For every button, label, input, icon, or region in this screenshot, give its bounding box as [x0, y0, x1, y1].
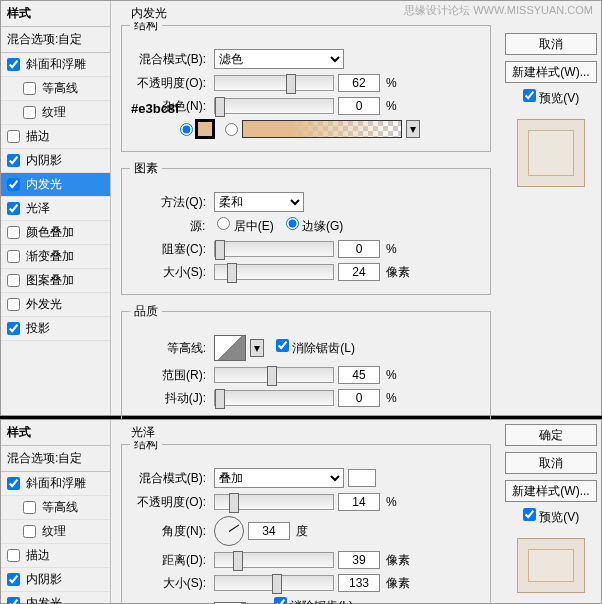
- sidebar-checkbox[interactable]: [7, 202, 20, 215]
- cancel-button-2[interactable]: 取消: [505, 452, 597, 474]
- choke-slider[interactable]: [214, 241, 334, 257]
- size-input-2[interactable]: [338, 574, 380, 592]
- sidebar-checkbox[interactable]: [7, 274, 20, 287]
- distance-input[interactable]: [338, 551, 380, 569]
- opacity-input[interactable]: [338, 74, 380, 92]
- blend-options-row[interactable]: 混合选项:自定: [1, 27, 110, 53]
- angle-dial[interactable]: [214, 516, 244, 546]
- sidebar-item-4[interactable]: 内阴影: [1, 568, 110, 592]
- noise-input[interactable]: [338, 97, 380, 115]
- angle-input[interactable]: [248, 522, 290, 540]
- sidebar-item-5[interactable]: 内发光: [1, 173, 110, 197]
- size-input[interactable]: [338, 263, 380, 281]
- sidebar-label: 投影: [26, 320, 50, 337]
- sidebar-checkbox[interactable]: [7, 549, 20, 562]
- contour-label: 等高线:: [130, 340, 210, 357]
- sidebar-checkbox[interactable]: [7, 322, 20, 335]
- new-style-button[interactable]: 新建样式(W)...: [505, 61, 597, 83]
- jitter-input[interactable]: [338, 389, 380, 407]
- sidebar-checkbox[interactable]: [7, 573, 20, 586]
- opacity-input-2[interactable]: [338, 493, 380, 511]
- range-slider[interactable]: [214, 367, 334, 383]
- sidebar-checkbox[interactable]: [23, 82, 36, 95]
- opacity-unit: %: [386, 76, 397, 90]
- elements-legend: 图素: [130, 160, 162, 177]
- satin-color-swatch[interactable]: [348, 469, 376, 487]
- watermark: 思缘设计论坛 WWW.MISSYUAN.COM: [404, 3, 593, 18]
- sidebar-item-1[interactable]: 等高线: [1, 77, 110, 101]
- anti-alias-checkbox[interactable]: 消除锯齿(L): [276, 339, 355, 357]
- gradient-dropdown-icon[interactable]: ▾: [406, 120, 420, 138]
- sidebar-item-8[interactable]: 渐变叠加: [1, 245, 110, 269]
- noise-slider[interactable]: [214, 98, 334, 114]
- distance-slider[interactable]: [214, 552, 334, 568]
- blend-mode-label: 混合模式(B):: [130, 51, 210, 68]
- jitter-slider[interactable]: [214, 390, 334, 406]
- blend-mode-select-2[interactable]: 叠加: [214, 468, 344, 488]
- contour-dropdown-icon[interactable]: ▾: [250, 339, 264, 357]
- source-center-radio[interactable]: 居中(E): [217, 217, 273, 235]
- size-label: 大小(S):: [130, 264, 210, 281]
- opacity-slider[interactable]: [214, 75, 334, 91]
- sidebar-item-0[interactable]: 斜面和浮雕: [1, 472, 110, 496]
- contour-picker[interactable]: [214, 335, 246, 361]
- sidebar-item-9[interactable]: 图案叠加: [1, 269, 110, 293]
- opacity-slider-2[interactable]: [214, 494, 334, 510]
- sidebar-checkbox[interactable]: [23, 106, 36, 119]
- sidebar-item-6[interactable]: 光泽: [1, 197, 110, 221]
- preview-checkbox-2[interactable]: 预览(V): [505, 508, 597, 526]
- sidebar-label: 纹理: [42, 523, 66, 540]
- angle-label: 角度(N):: [130, 523, 210, 540]
- anti-alias-checkbox-2[interactable]: 消除锯齿(L): [274, 597, 353, 604]
- sidebar-checkbox[interactable]: [7, 226, 20, 239]
- sidebar-checkbox[interactable]: [23, 525, 36, 538]
- color-swatch[interactable]: [197, 121, 213, 137]
- sidebar-checkbox[interactable]: [7, 178, 20, 191]
- sidebar-item-1[interactable]: 等高线: [1, 496, 110, 520]
- sidebar-checkbox[interactable]: [7, 298, 20, 311]
- technique-select[interactable]: 柔和: [214, 192, 304, 212]
- sidebar-checkbox[interactable]: [23, 501, 36, 514]
- choke-input[interactable]: [338, 240, 380, 258]
- opacity-label-2: 不透明度(O):: [130, 494, 210, 511]
- sidebar-checkbox[interactable]: [7, 250, 20, 263]
- sidebar-item-2[interactable]: 纹理: [1, 520, 110, 544]
- elements-group: 图素 方法(Q): 柔和 源: 居中(E) 边缘(G) 阻塞(C): % 大小(…: [121, 160, 491, 295]
- size-slider[interactable]: [214, 264, 334, 280]
- sidebar-item-7[interactable]: 颜色叠加: [1, 221, 110, 245]
- layer-style-dialog-satin: 样式 混合选项:自定 斜面和浮雕等高线纹理描边内阴影内发光光泽 光泽 结构 混合…: [0, 419, 602, 604]
- range-label: 范围(R):: [130, 367, 210, 384]
- color-radio[interactable]: [180, 123, 193, 136]
- sidebar-checkbox[interactable]: [7, 130, 20, 143]
- sidebar-item-11[interactable]: 投影: [1, 317, 110, 341]
- source-edge-radio[interactable]: 边缘(G): [286, 217, 344, 235]
- gradient-radio[interactable]: [225, 123, 238, 136]
- size-slider-2[interactable]: [214, 575, 334, 591]
- sidebar-item-3[interactable]: 描边: [1, 544, 110, 568]
- right-column: 确定 取消 新建样式(W)... 预览(V): [501, 1, 601, 415]
- gradient-preview[interactable]: [242, 120, 402, 138]
- blend-mode-select[interactable]: 滤色: [214, 49, 344, 69]
- sidebar-checkbox[interactable]: [7, 477, 20, 490]
- cancel-button[interactable]: 取消: [505, 33, 597, 55]
- sidebar-checkbox[interactable]: [7, 154, 20, 167]
- blend-options-row-2[interactable]: 混合选项:自定: [1, 446, 110, 472]
- sidebar-item-5[interactable]: 内发光: [1, 592, 110, 604]
- sidebar-header: 样式: [1, 1, 110, 27]
- sidebar-label: 渐变叠加: [26, 248, 74, 265]
- preview-checkbox[interactable]: 预览(V): [505, 89, 597, 107]
- sidebar-label: 斜面和浮雕: [26, 475, 86, 492]
- sidebar-item-0[interactable]: 斜面和浮雕: [1, 53, 110, 77]
- ok-button-2[interactable]: 确定: [505, 424, 597, 446]
- sidebar-item-2[interactable]: 纹理: [1, 101, 110, 125]
- sidebar-checkbox[interactable]: [7, 58, 20, 71]
- sidebar-label: 描边: [26, 547, 50, 564]
- sidebar-item-3[interactable]: 描边: [1, 125, 110, 149]
- sidebar-checkbox[interactable]: [7, 597, 20, 604]
- range-input[interactable]: [338, 366, 380, 384]
- sidebar-item-4[interactable]: 内阴影: [1, 149, 110, 173]
- quality-legend: 品质: [130, 303, 162, 320]
- sidebar-item-10[interactable]: 外发光: [1, 293, 110, 317]
- sidebar-label: 内发光: [26, 595, 62, 604]
- new-style-button-2[interactable]: 新建样式(W)...: [505, 480, 597, 502]
